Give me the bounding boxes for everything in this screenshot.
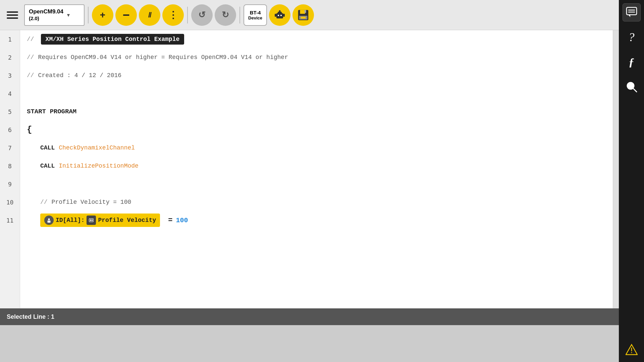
svg-rect-9 (305, 10, 306, 13)
code-line-5[interactable]: START PROGRAM (20, 103, 613, 121)
code-line-3[interactable]: // Created : 4 / 12 / 2016 (20, 66, 613, 84)
svg-point-2 (279, 10, 281, 12)
svg-rect-17 (627, 7, 637, 15)
bottom-area (0, 325, 619, 362)
line-num-10: 10 (0, 193, 20, 211)
toolbar: OpenCM9.04 (2.0) ▼ + − // ⋮ ↺ ↻ BT-4 (0, 0, 619, 30)
id-label: ID[All]: (56, 217, 85, 224)
svg-rect-11 (301, 16, 306, 18)
comment-button[interactable]: // (139, 4, 160, 26)
comment-slash-2: // (27, 54, 34, 61)
code-line-1[interactable]: // XM/XH Series Position Control Example (20, 30, 613, 48)
line-num-11: 11 (0, 211, 20, 229)
line-num-9: 9 (0, 175, 20, 193)
line-num-6: 6 (0, 121, 20, 139)
call-keyword-1: CALL (40, 144, 55, 151)
save-icon (297, 9, 310, 21)
code-line-8[interactable]: CALL InitializePositionMode (20, 157, 613, 175)
menu-button[interactable] (4, 9, 21, 21)
property-label: Profile Velocity (98, 217, 156, 224)
svg-line-22 (633, 88, 637, 92)
code-line-9[interactable] (20, 175, 613, 193)
comment-icon: // (148, 11, 151, 19)
save-button[interactable] (292, 4, 314, 26)
plus-icon: + (100, 10, 105, 20)
func-name-2: InitializePositionMode (59, 163, 139, 169)
line10-text: Profile Velocity = 100 (52, 199, 131, 205)
undo-button[interactable]: ↺ (191, 4, 213, 26)
function-icon[interactable]: ƒ (623, 53, 641, 71)
svg-rect-14 (89, 219, 94, 222)
dynamixel-icon (87, 216, 96, 225)
line-numbers: 1 2 3 4 5 6 7 8 9 10 11 (0, 30, 20, 308)
id-block[interactable]: ID[All]: Profile Velocity (40, 214, 160, 227)
device-button[interactable]: BT-4 Device (244, 4, 267, 26)
line-num-8: 8 (0, 157, 20, 175)
svg-rect-4 (280, 15, 282, 16)
equals-sign: = (168, 216, 172, 225)
separator-1 (88, 7, 89, 23)
line-num-4: 4 (0, 84, 20, 103)
more-icon: ⋮ (168, 9, 178, 20)
dropdown-line1: OpenCM9.04 (29, 8, 63, 15)
status-text: Selected Line : 1 (7, 313, 54, 320)
device-small-icon (44, 216, 54, 225)
svg-rect-8 (300, 10, 305, 13)
search-icon[interactable] (623, 78, 641, 96)
robot-icon (273, 8, 286, 22)
code-line-7[interactable]: CALL CheckDynamixelChannel (20, 139, 613, 157)
svg-rect-16 (92, 220, 93, 221)
svg-rect-3 (278, 15, 279, 16)
line-num-5: 5 (0, 103, 20, 121)
separator-3 (239, 7, 240, 23)
status-bar: Selected Line : 1 (0, 308, 619, 325)
code-line-4[interactable] (20, 84, 613, 103)
svg-point-12 (48, 219, 50, 220)
svg-rect-13 (48, 221, 51, 223)
scrollbar[interactable] (613, 30, 619, 308)
redo-button[interactable]: ↻ (215, 4, 236, 26)
line-num-2: 2 (0, 48, 20, 66)
comment-slash-3: // (27, 72, 34, 79)
separator-2 (187, 7, 188, 23)
line-num-7: 7 (0, 139, 20, 157)
redo-icon: ↻ (222, 10, 229, 20)
call-keyword-2: CALL (40, 163, 55, 169)
svg-marker-20 (628, 15, 630, 17)
line-num-3: 3 (0, 66, 20, 84)
func-name-1: CheckDynamixelChannel (59, 144, 135, 151)
robot-button[interactable] (269, 4, 290, 26)
start-program-keyword: START PROGRAM (27, 108, 76, 115)
undo-icon: ↺ (198, 10, 206, 20)
line-num-1: 1 (0, 30, 20, 48)
code-line-11[interactable]: ID[All]: Profile Velocity = 100 (20, 211, 613, 229)
svg-rect-15 (90, 220, 91, 221)
svg-rect-5 (275, 14, 276, 17)
comment-slash-1: // (27, 36, 34, 43)
line2-text: Requires OpenCM9.04 V14 or higher = Requ… (38, 54, 288, 61)
dropdown-line2: (2.0) (29, 15, 63, 21)
line1-comment-label: XM/XH Series Position Control Example (41, 34, 184, 45)
help-icon[interactable]: ? (623, 28, 641, 46)
device-label-line2: Device (248, 15, 262, 20)
minus-icon: − (122, 9, 129, 21)
warning-icon[interactable] (623, 341, 641, 359)
more-button[interactable]: ⋮ (162, 4, 184, 26)
comment-slash-10: // (40, 199, 48, 205)
remove-button[interactable]: − (115, 4, 137, 26)
code-content[interactable]: // XM/XH Series Position Control Example… (20, 30, 613, 308)
svg-rect-0 (276, 13, 283, 18)
value-number: 100 (176, 217, 188, 224)
line3-text: Created : 4 / 12 / 2016 (38, 72, 121, 79)
device-dropdown[interactable]: OpenCM9.04 (2.0) ▼ (24, 4, 85, 26)
add-button[interactable]: + (92, 4, 113, 26)
code-line-10[interactable]: // Profile Velocity = 100 (20, 193, 613, 211)
right-sidebar: ? ƒ (619, 0, 644, 362)
svg-rect-6 (283, 14, 285, 17)
editor: 1 2 3 4 5 6 7 8 9 10 11 // XM/XH Series … (0, 30, 619, 308)
code-line-2[interactable]: // Requires OpenCM9.04 V14 or higher = R… (20, 48, 613, 66)
code-line-6[interactable]: { (20, 121, 613, 139)
svg-rect-1 (278, 12, 282, 14)
chat-icon[interactable] (623, 3, 641, 21)
open-brace: { (27, 125, 32, 135)
